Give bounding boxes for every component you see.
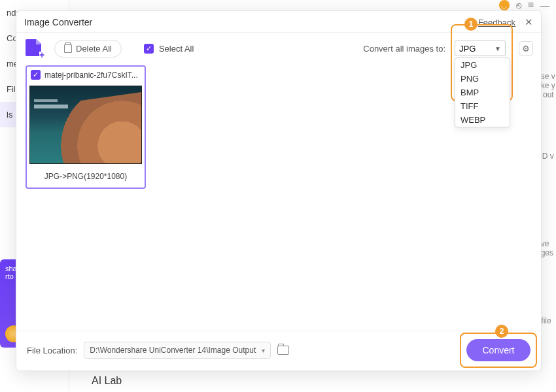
image-conversion-label: JPG->PNG(1920*1080) — [27, 167, 145, 188]
format-selected-value: JPG — [459, 44, 476, 54]
annotation-badge-2: 2 — [495, 325, 508, 338]
minimize-icon[interactable]: — — [540, 0, 549, 10]
image-converter-modal: Image Converter Feedback ✕ + Delete All … — [16, 10, 542, 371]
modal-footer: File Location: D:\Wondershare UniConvert… — [16, 331, 541, 370]
format-select[interactable]: JPG ▼ — [455, 41, 506, 56]
checkbox-icon: ✓ — [144, 44, 154, 54]
add-file-button[interactable]: + — [26, 39, 45, 57]
convert-button-wrap: Convert 2 — [466, 339, 530, 361]
format-option-jpg[interactable]: JPG — [455, 58, 510, 72]
bg-titlebar: ◡ ⎋ ≡ — — [0, 0, 556, 10]
file-location-value: D:\Wondershare UniConverter 14\Image Out… — [90, 346, 256, 355]
open-folder-button[interactable] — [277, 346, 289, 355]
close-icon[interactable]: ✕ — [525, 16, 533, 28]
delete-all-label: Delete All — [76, 44, 112, 54]
headset-icon[interactable]: ⎋ — [516, 0, 521, 10]
avatar-icon[interactable]: ◡ — [499, 0, 510, 10]
file-location-label: File Location: — [27, 346, 77, 355]
delete-all-button[interactable]: Delete All — [54, 40, 122, 57]
toolbar: + Delete All ✓ Select All Convert all im… — [16, 33, 541, 63]
convert-button[interactable]: Convert — [466, 339, 530, 361]
image-filename: matej-pribanic-2fu7CskIT... — [44, 71, 141, 80]
format-dropdown: JPG PNG BMP TIFF WEBP — [455, 57, 510, 127]
modal-header: Image Converter Feedback ✕ — [16, 11, 541, 33]
checkbox-icon[interactable]: ✓ — [31, 70, 41, 80]
hamburger-icon[interactable]: ≡ — [528, 0, 534, 11]
format-option-bmp[interactable]: BMP — [455, 86, 510, 99]
image-card-head: ✓ matej-pribanic-2fu7CskIT... — [27, 67, 145, 83]
convert-to-label: Convert all images to: — [363, 44, 445, 54]
trash-icon — [64, 44, 72, 53]
select-all-label: Select All — [159, 44, 194, 54]
format-option-webp[interactable]: WEBP — [455, 113, 510, 127]
gear-icon: ⚙ — [522, 44, 530, 54]
feedback-link[interactable]: Feedback — [478, 18, 515, 27]
annotation-badge-1: 1 — [464, 18, 478, 31]
thumb-pier — [34, 105, 68, 108]
select-all-checkbox[interactable]: ✓ Select All — [144, 44, 194, 54]
file-fold-icon — [36, 39, 41, 44]
settings-button[interactable]: ⚙ — [519, 41, 533, 56]
image-thumbnail[interactable] — [29, 86, 142, 164]
format-option-tiff[interactable]: TIFF — [455, 99, 510, 113]
thumb-pier2 — [34, 99, 58, 102]
chevron-down-icon: ▼ — [495, 45, 501, 52]
modal-title: Image Converter — [24, 17, 92, 27]
format-dropdown-area: JPG ▼ JPG PNG BMP TIFF WEBP 1 — [455, 41, 506, 56]
ailab-label[interactable]: AI Lab — [92, 375, 122, 387]
chevron-down-icon: ▾ — [262, 347, 265, 354]
plus-icon: + — [39, 52, 46, 59]
image-card[interactable]: ✓ matej-pribanic-2fu7CskIT... JPG->PNG(1… — [26, 65, 146, 189]
format-option-png[interactable]: PNG — [455, 72, 510, 86]
file-location-select[interactable]: D:\Wondershare UniConverter 14\Image Out… — [84, 342, 271, 359]
thumb-beach — [52, 92, 142, 164]
